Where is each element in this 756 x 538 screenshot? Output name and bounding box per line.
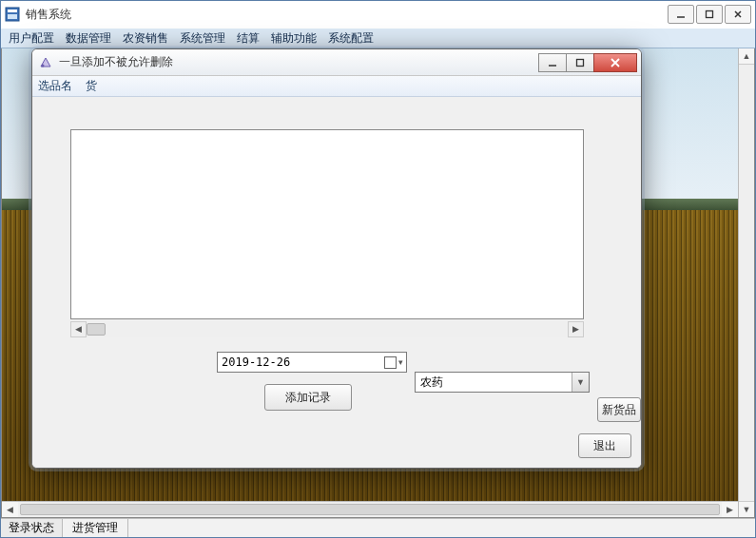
- scroll-down-icon[interactable]: ▼: [739, 501, 754, 517]
- menu-aux[interactable]: 辅助功能: [265, 29, 322, 48]
- new-goods-button[interactable]: 新货品: [597, 397, 641, 422]
- dialog-menu-goods[interactable]: 货: [86, 78, 97, 94]
- scroll-left-icon[interactable]: ◀: [2, 502, 18, 517]
- category-dropdown[interactable]: 农药 ▼: [415, 372, 590, 393]
- titlebar: 销售系统: [1, 1, 755, 28]
- menu-data-manage[interactable]: 数据管理: [60, 29, 117, 48]
- dropdown-value: 农药: [420, 375, 572, 391]
- close-button[interactable]: [725, 5, 751, 24]
- horizontal-scrollbar[interactable]: ◀ ▶: [2, 501, 738, 517]
- menu-agri-sales[interactable]: 农资销售: [117, 29, 174, 48]
- list-area[interactable]: [70, 129, 584, 319]
- maximize-button[interactable]: [696, 5, 723, 24]
- date-value: 2019-12-26: [222, 355, 381, 369]
- list-scroll-thumb[interactable]: [87, 323, 106, 336]
- calendar-icon: [384, 356, 397, 369]
- chevron-down-icon: ▾: [398, 358, 403, 367]
- window-title: 销售系统: [26, 7, 668, 23]
- dialog-maximize-button[interactable]: [566, 53, 594, 72]
- dialog-titlebar: 一旦添加不被允许删除: [32, 49, 641, 76]
- menu-system-manage[interactable]: 系统管理: [174, 29, 231, 48]
- scroll-right-icon[interactable]: ▶: [722, 502, 738, 517]
- main-window: 销售系统 用户配置 数据管理 农资销售 系统管理 结算 辅助功能 系统配置 ▲ …: [0, 0, 756, 538]
- list-scroll-track[interactable]: [87, 321, 568, 337]
- svg-rect-1: [8, 10, 17, 12]
- list-horizontal-scrollbar[interactable]: ◀ ▶: [70, 321, 584, 337]
- minimize-button[interactable]: [668, 5, 694, 24]
- add-record-button[interactable]: 添加记录: [264, 384, 352, 411]
- list-scroll-right-icon[interactable]: ▶: [568, 321, 584, 337]
- window-controls: [668, 5, 751, 24]
- exit-button[interactable]: 退出: [578, 433, 631, 458]
- scroll-thumb[interactable]: [20, 504, 720, 515]
- menubar: 用户配置 数据管理 农资销售 系统管理 结算 辅助功能 系统配置: [1, 28, 755, 48]
- svg-rect-7: [577, 59, 584, 66]
- svg-rect-4: [707, 11, 713, 18]
- menu-user-config[interactable]: 用户配置: [3, 29, 60, 48]
- vertical-scrollbar[interactable]: ▲ ▼: [738, 48, 754, 517]
- app-icon: [5, 7, 20, 22]
- date-picker[interactable]: 2019-12-26 ▾: [217, 352, 407, 373]
- list-scroll-left-icon[interactable]: ◀: [70, 321, 87, 337]
- dialog-minimize-button[interactable]: [538, 53, 567, 72]
- dialog-title: 一旦添加不被允许删除: [59, 54, 539, 70]
- svg-point-5: [42, 64, 45, 67]
- dialog-menu-select-name[interactable]: 选品名: [38, 78, 72, 94]
- dialog-body: ◀ ▶ 2019-12-26 ▾ 添加记录 农药 ▼ 新货品: [32, 97, 641, 468]
- add-record-dialog: 一旦添加不被允许删除 选品名 货 ◀ ▶ 2019-12-26 ▾: [31, 48, 642, 469]
- status-panel-mode: 进货管理: [63, 519, 128, 537]
- menu-settlement[interactable]: 结算: [231, 29, 265, 48]
- dialog-menubar: 选品名 货: [32, 76, 641, 97]
- dropdown-button[interactable]: ▼: [572, 373, 589, 392]
- svg-rect-2: [8, 14, 17, 19]
- dialog-close-button[interactable]: [593, 53, 637, 72]
- statusbar: 登录状态 进货管理: [1, 518, 755, 537]
- status-panel-login: 登录状态: [1, 519, 63, 537]
- chevron-down-icon: ▼: [576, 378, 585, 387]
- scroll-up-icon[interactable]: ▲: [739, 48, 754, 65]
- menu-sys-config[interactable]: 系统配置: [322, 29, 379, 48]
- dialog-icon: [38, 55, 53, 70]
- date-dropdown-button[interactable]: ▾: [381, 353, 406, 372]
